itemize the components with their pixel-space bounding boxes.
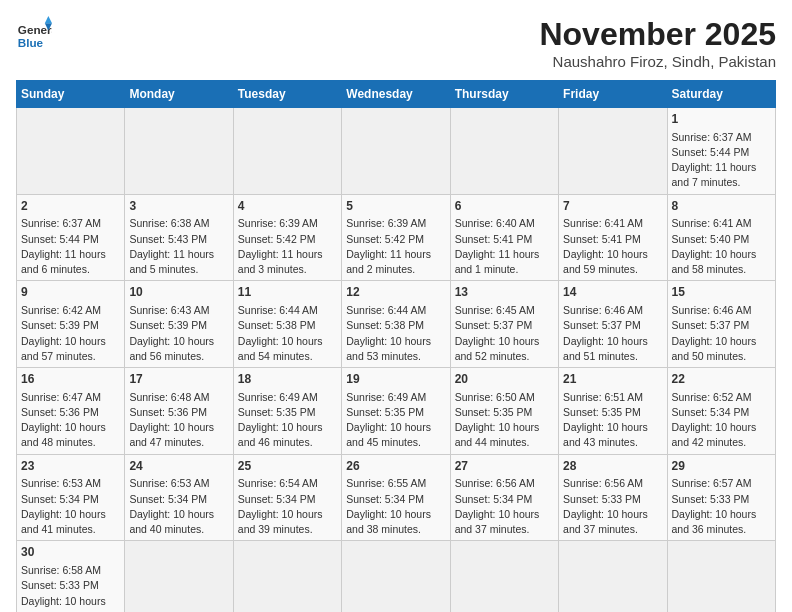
day-info: Sunrise: 6:40 AM Sunset: 5:41 PM Dayligh… bbox=[455, 216, 554, 277]
calendar-cell: 3Sunrise: 6:38 AM Sunset: 5:43 PM Daylig… bbox=[125, 194, 233, 281]
day-info: Sunrise: 6:49 AM Sunset: 5:35 PM Dayligh… bbox=[346, 390, 445, 451]
calendar-week-5: 23Sunrise: 6:53 AM Sunset: 5:34 PM Dayli… bbox=[17, 454, 776, 541]
calendar-cell bbox=[667, 541, 775, 612]
calendar-cell bbox=[559, 541, 667, 612]
day-info: Sunrise: 6:52 AM Sunset: 5:34 PM Dayligh… bbox=[672, 390, 771, 451]
calendar-table: SundayMondayTuesdayWednesdayThursdayFrid… bbox=[16, 80, 776, 612]
calendar-week-4: 16Sunrise: 6:47 AM Sunset: 5:36 PM Dayli… bbox=[17, 368, 776, 455]
day-info: Sunrise: 6:46 AM Sunset: 5:37 PM Dayligh… bbox=[672, 303, 771, 364]
day-info: Sunrise: 6:51 AM Sunset: 5:35 PM Dayligh… bbox=[563, 390, 662, 451]
day-number: 9 bbox=[21, 284, 120, 301]
calendar-week-2: 2Sunrise: 6:37 AM Sunset: 5:44 PM Daylig… bbox=[17, 194, 776, 281]
day-info: Sunrise: 6:44 AM Sunset: 5:38 PM Dayligh… bbox=[346, 303, 445, 364]
day-info: Sunrise: 6:50 AM Sunset: 5:35 PM Dayligh… bbox=[455, 390, 554, 451]
calendar-cell: 5Sunrise: 6:39 AM Sunset: 5:42 PM Daylig… bbox=[342, 194, 450, 281]
calendar-cell: 17Sunrise: 6:48 AM Sunset: 5:36 PM Dayli… bbox=[125, 368, 233, 455]
day-number: 15 bbox=[672, 284, 771, 301]
day-number: 14 bbox=[563, 284, 662, 301]
day-number: 6 bbox=[455, 198, 554, 215]
month-title: November 2025 bbox=[539, 16, 776, 53]
weekday-header-monday: Monday bbox=[125, 81, 233, 108]
day-number: 26 bbox=[346, 458, 445, 475]
day-info: Sunrise: 6:37 AM Sunset: 5:44 PM Dayligh… bbox=[21, 216, 120, 277]
day-info: Sunrise: 6:44 AM Sunset: 5:38 PM Dayligh… bbox=[238, 303, 337, 364]
calendar-cell: 27Sunrise: 6:56 AM Sunset: 5:34 PM Dayli… bbox=[450, 454, 558, 541]
calendar-cell: 25Sunrise: 6:54 AM Sunset: 5:34 PM Dayli… bbox=[233, 454, 341, 541]
calendar-cell: 24Sunrise: 6:53 AM Sunset: 5:34 PM Dayli… bbox=[125, 454, 233, 541]
calendar-cell: 2Sunrise: 6:37 AM Sunset: 5:44 PM Daylig… bbox=[17, 194, 125, 281]
calendar-cell bbox=[559, 108, 667, 195]
calendar-cell: 13Sunrise: 6:45 AM Sunset: 5:37 PM Dayli… bbox=[450, 281, 558, 368]
day-info: Sunrise: 6:41 AM Sunset: 5:40 PM Dayligh… bbox=[672, 216, 771, 277]
calendar-cell bbox=[233, 541, 341, 612]
calendar-cell: 6Sunrise: 6:40 AM Sunset: 5:41 PM Daylig… bbox=[450, 194, 558, 281]
title-area: November 2025 Naushahro Firoz, Sindh, Pa… bbox=[539, 16, 776, 70]
day-info: Sunrise: 6:39 AM Sunset: 5:42 PM Dayligh… bbox=[346, 216, 445, 277]
weekday-header-friday: Friday bbox=[559, 81, 667, 108]
weekday-header-wednesday: Wednesday bbox=[342, 81, 450, 108]
day-info: Sunrise: 6:56 AM Sunset: 5:33 PM Dayligh… bbox=[563, 476, 662, 537]
day-number: 29 bbox=[672, 458, 771, 475]
calendar-cell bbox=[450, 541, 558, 612]
header: General Blue November 2025 Naushahro Fir… bbox=[16, 16, 776, 70]
day-number: 19 bbox=[346, 371, 445, 388]
day-info: Sunrise: 6:41 AM Sunset: 5:41 PM Dayligh… bbox=[563, 216, 662, 277]
weekday-header-sunday: Sunday bbox=[17, 81, 125, 108]
day-number: 16 bbox=[21, 371, 120, 388]
calendar-cell: 1Sunrise: 6:37 AM Sunset: 5:44 PM Daylig… bbox=[667, 108, 775, 195]
day-info: Sunrise: 6:49 AM Sunset: 5:35 PM Dayligh… bbox=[238, 390, 337, 451]
calendar-cell: 9Sunrise: 6:42 AM Sunset: 5:39 PM Daylig… bbox=[17, 281, 125, 368]
day-number: 30 bbox=[21, 544, 120, 561]
day-info: Sunrise: 6:38 AM Sunset: 5:43 PM Dayligh… bbox=[129, 216, 228, 277]
calendar-cell: 11Sunrise: 6:44 AM Sunset: 5:38 PM Dayli… bbox=[233, 281, 341, 368]
calendar-cell: 12Sunrise: 6:44 AM Sunset: 5:38 PM Dayli… bbox=[342, 281, 450, 368]
calendar-week-6: 30Sunrise: 6:58 AM Sunset: 5:33 PM Dayli… bbox=[17, 541, 776, 612]
calendar-cell: 30Sunrise: 6:58 AM Sunset: 5:33 PM Dayli… bbox=[17, 541, 125, 612]
calendar-cell: 21Sunrise: 6:51 AM Sunset: 5:35 PM Dayli… bbox=[559, 368, 667, 455]
calendar-cell bbox=[450, 108, 558, 195]
day-number: 17 bbox=[129, 371, 228, 388]
calendar-cell: 14Sunrise: 6:46 AM Sunset: 5:37 PM Dayli… bbox=[559, 281, 667, 368]
day-number: 23 bbox=[21, 458, 120, 475]
day-info: Sunrise: 6:43 AM Sunset: 5:39 PM Dayligh… bbox=[129, 303, 228, 364]
day-info: Sunrise: 6:47 AM Sunset: 5:36 PM Dayligh… bbox=[21, 390, 120, 451]
location-title: Naushahro Firoz, Sindh, Pakistan bbox=[539, 53, 776, 70]
day-number: 22 bbox=[672, 371, 771, 388]
svg-text:Blue: Blue bbox=[18, 36, 44, 49]
day-number: 27 bbox=[455, 458, 554, 475]
day-number: 2 bbox=[21, 198, 120, 215]
day-info: Sunrise: 6:53 AM Sunset: 5:34 PM Dayligh… bbox=[21, 476, 120, 537]
day-info: Sunrise: 6:58 AM Sunset: 5:33 PM Dayligh… bbox=[21, 563, 120, 612]
day-info: Sunrise: 6:55 AM Sunset: 5:34 PM Dayligh… bbox=[346, 476, 445, 537]
calendar-cell: 19Sunrise: 6:49 AM Sunset: 5:35 PM Dayli… bbox=[342, 368, 450, 455]
calendar-cell: 8Sunrise: 6:41 AM Sunset: 5:40 PM Daylig… bbox=[667, 194, 775, 281]
day-number: 25 bbox=[238, 458, 337, 475]
day-number: 1 bbox=[672, 111, 771, 128]
calendar-cell: 29Sunrise: 6:57 AM Sunset: 5:33 PM Dayli… bbox=[667, 454, 775, 541]
day-number: 21 bbox=[563, 371, 662, 388]
calendar-cell: 16Sunrise: 6:47 AM Sunset: 5:36 PM Dayli… bbox=[17, 368, 125, 455]
calendar-cell: 22Sunrise: 6:52 AM Sunset: 5:34 PM Dayli… bbox=[667, 368, 775, 455]
day-info: Sunrise: 6:46 AM Sunset: 5:37 PM Dayligh… bbox=[563, 303, 662, 364]
calendar-cell: 20Sunrise: 6:50 AM Sunset: 5:35 PM Dayli… bbox=[450, 368, 558, 455]
calendar-cell: 10Sunrise: 6:43 AM Sunset: 5:39 PM Dayli… bbox=[125, 281, 233, 368]
day-number: 3 bbox=[129, 198, 228, 215]
calendar-cell bbox=[342, 541, 450, 612]
calendar-cell: 23Sunrise: 6:53 AM Sunset: 5:34 PM Dayli… bbox=[17, 454, 125, 541]
calendar-cell: 28Sunrise: 6:56 AM Sunset: 5:33 PM Dayli… bbox=[559, 454, 667, 541]
day-info: Sunrise: 6:45 AM Sunset: 5:37 PM Dayligh… bbox=[455, 303, 554, 364]
calendar-cell: 7Sunrise: 6:41 AM Sunset: 5:41 PM Daylig… bbox=[559, 194, 667, 281]
day-info: Sunrise: 6:54 AM Sunset: 5:34 PM Dayligh… bbox=[238, 476, 337, 537]
svg-marker-3 bbox=[45, 16, 52, 23]
weekday-header-tuesday: Tuesday bbox=[233, 81, 341, 108]
day-info: Sunrise: 6:53 AM Sunset: 5:34 PM Dayligh… bbox=[129, 476, 228, 537]
day-info: Sunrise: 6:57 AM Sunset: 5:33 PM Dayligh… bbox=[672, 476, 771, 537]
day-info: Sunrise: 6:37 AM Sunset: 5:44 PM Dayligh… bbox=[672, 130, 771, 191]
calendar-cell: 15Sunrise: 6:46 AM Sunset: 5:37 PM Dayli… bbox=[667, 281, 775, 368]
calendar-cell: 18Sunrise: 6:49 AM Sunset: 5:35 PM Dayli… bbox=[233, 368, 341, 455]
day-number: 4 bbox=[238, 198, 337, 215]
day-info: Sunrise: 6:48 AM Sunset: 5:36 PM Dayligh… bbox=[129, 390, 228, 451]
day-info: Sunrise: 6:56 AM Sunset: 5:34 PM Dayligh… bbox=[455, 476, 554, 537]
calendar-cell bbox=[17, 108, 125, 195]
calendar-cell: 26Sunrise: 6:55 AM Sunset: 5:34 PM Dayli… bbox=[342, 454, 450, 541]
